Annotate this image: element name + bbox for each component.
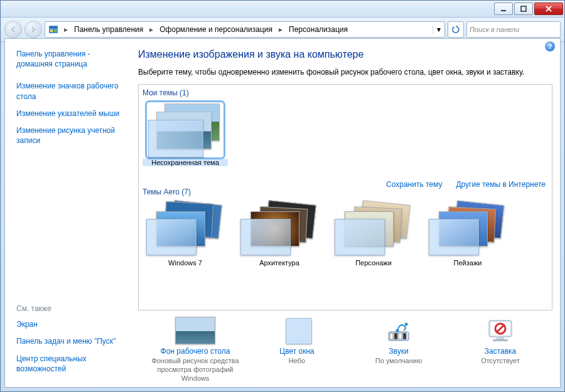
refresh-button[interactable]: [448, 21, 464, 38]
svg-rect-10: [403, 333, 406, 339]
setting-link[interactable]: Звуки: [389, 347, 408, 356]
setting-value: Отсутствует: [449, 357, 551, 366]
svg-rect-7: [390, 333, 393, 339]
setting-link[interactable]: Фон рабочего стола: [161, 347, 230, 356]
svg-rect-1: [521, 6, 526, 11]
sidebar-home[interactable]: Панель управления - домашняя страница: [16, 49, 124, 69]
setting-value: По умолчанию: [348, 357, 449, 366]
theme-actions: Сохранить тему Другие темы в Интернете: [386, 180, 546, 189]
see-also-section: См. также Экран Панель задач и меню "Пус…: [16, 304, 124, 381]
page-description: Выберите тему, чтобы одновременно измени…: [138, 68, 557, 77]
theme-label: Архитектура: [237, 259, 322, 267]
theme-thumbnail: [148, 103, 222, 156]
svg-point-12: [405, 323, 408, 326]
breadcrumb-dropdown[interactable]: ▾: [433, 25, 444, 34]
sidebar-link-account-picture[interactable]: Изменение рисунка учетной записи: [16, 125, 124, 146]
theme-label: Персонажи: [331, 259, 416, 267]
theme-item-architecture[interactable]: Архитектура: [237, 203, 322, 267]
sidebar: Панель управления - домашняя страница Из…: [5, 39, 132, 387]
theme-thumbnail: [428, 203, 508, 257]
save-theme-link[interactable]: Сохранить тему: [386, 180, 442, 189]
setting-window-color[interactable]: Цвет окна Небо: [246, 317, 348, 387]
sounds-icon: [379, 317, 419, 344]
svg-rect-16: [493, 339, 508, 341]
setting-value: Фоновый рисунок средства просмотра фотог…: [144, 357, 246, 383]
help-icon[interactable]: ?: [545, 41, 555, 51]
theme-label: Пейзажи: [425, 259, 510, 267]
online-themes-link[interactable]: Другие темы в Интернете: [456, 180, 546, 189]
forward-button[interactable]: [24, 21, 42, 38]
screensaver-icon: [480, 317, 520, 344]
svg-rect-9: [399, 333, 402, 339]
window: ▸ Панель управления ▸ Оформление и персо…: [0, 0, 565, 392]
setting-desktop-background[interactable]: Фон рабочего стола Фоновый рисунок средс…: [144, 317, 246, 387]
svg-point-11: [396, 329, 399, 332]
client-area: Панель управления - домашняя страница Из…: [4, 38, 561, 388]
breadcrumb-icon: [46, 23, 60, 36]
breadcrumb-segment[interactable]: Персонализация: [285, 22, 352, 37]
svg-rect-4: [50, 29, 53, 32]
page-heading: Изменение изображения и звука на компьют…: [138, 49, 557, 60]
see-also-taskbar[interactable]: Панель задач и меню "Пуск": [16, 336, 124, 346]
window-color-icon: [277, 317, 317, 344]
svg-rect-15: [497, 337, 504, 339]
breadcrumb-segment[interactable]: Оформление и персонализация: [156, 22, 276, 37]
theme-thumbnail: [333, 203, 414, 257]
themes-container: Мои темы (1) Несохраненная тема Сохранит…: [138, 84, 552, 310]
settings-row: Фон рабочего стола Фоновый рисунок средс…: [138, 310, 557, 387]
theme-label: Несохраненная тема: [143, 159, 228, 166]
aero-themes-row: Windows 7 Архитектура: [139, 200, 552, 267]
sidebar-link-mouse-pointers[interactable]: Изменение указателей мыши: [16, 109, 124, 119]
breadcrumb-segment[interactable]: Панель управления: [70, 22, 147, 37]
chevron-right-icon[interactable]: ▸: [62, 22, 70, 37]
maximize-button[interactable]: [514, 3, 533, 15]
back-button[interactable]: [4, 21, 22, 38]
svg-rect-0: [501, 10, 506, 11]
see-also-display[interactable]: Экран: [16, 319, 124, 329]
main-content: ? Изменение изображения и звука на компь…: [132, 39, 560, 387]
svg-rect-5: [54, 29, 56, 32]
setting-link[interactable]: Заставка: [485, 347, 517, 356]
setting-sounds[interactable]: Звуки По умолчанию: [348, 317, 449, 387]
search-placeholder: Поиск в панели: [470, 26, 519, 33]
close-button[interactable]: [534, 3, 563, 15]
theme-item-landscapes[interactable]: Пейзажи: [425, 203, 510, 267]
minimize-button[interactable]: [494, 3, 513, 15]
sidebar-link-desktop-icons[interactable]: Изменение значков рабочего стола: [16, 81, 124, 101]
see-also-header: См. также: [16, 304, 124, 313]
theme-item-characters[interactable]: Персонажи: [331, 203, 416, 267]
theme-thumbnail: [239, 203, 320, 257]
desktop-background-icon: [175, 317, 215, 344]
setting-value: Небо: [246, 357, 348, 366]
svg-rect-8: [394, 333, 397, 339]
theme-label: Windows 7: [143, 259, 228, 267]
my-themes-header: Мои темы (1): [139, 85, 552, 101]
theme-item-unsaved[interactable]: Несохраненная тема: [143, 103, 228, 166]
chevron-right-icon[interactable]: ▸: [276, 22, 285, 37]
breadcrumb[interactable]: ▸ Панель управления ▸ Оформление и персо…: [45, 21, 445, 38]
titlebar: [1, 1, 564, 18]
search-input[interactable]: Поиск в панели: [466, 21, 561, 38]
see-also-ease-of-access[interactable]: Центр специальных возможностей: [16, 354, 124, 374]
my-themes-row: Несохраненная тема: [139, 101, 552, 166]
svg-rect-3: [50, 26, 57, 28]
chevron-right-icon[interactable]: ▸: [147, 22, 156, 37]
setting-link[interactable]: Цвет окна: [279, 347, 314, 356]
setting-screensaver[interactable]: Заставка Отсутствует: [449, 317, 551, 387]
theme-item-windows7[interactable]: Windows 7: [143, 203, 228, 267]
theme-thumbnail: [145, 203, 225, 257]
